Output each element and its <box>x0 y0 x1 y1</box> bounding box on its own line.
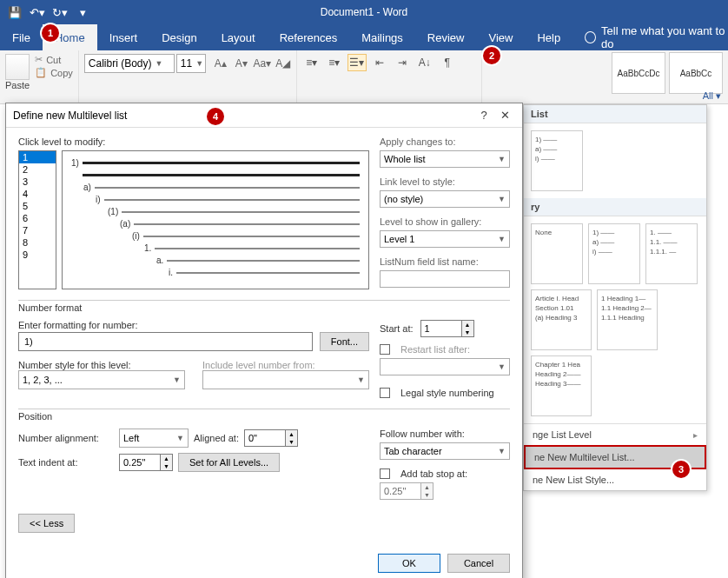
ok-button[interactable]: OK <box>378 554 440 573</box>
bullets-icon[interactable]: ≡▾ <box>302 54 321 71</box>
listnum-label: ListNum field list name: <box>380 256 510 267</box>
dialog-titlebar: Define new Multilevel list ? ✕ <box>6 103 522 128</box>
align-label: Number alignment: <box>18 433 114 443</box>
tab-design[interactable]: Design <box>149 24 208 50</box>
tab-help[interactable]: Help <box>525 24 572 50</box>
cancel-button[interactable]: Cancel <box>447 554 510 573</box>
restart-label: Restart list after: <box>400 344 470 355</box>
undo-icon[interactable]: ↶▾ <box>30 4 45 20</box>
tab-references[interactable]: References <box>268 24 349 50</box>
ml-preset-none[interactable]: None <box>531 223 583 284</box>
decrease-indent-icon[interactable]: ⇤ <box>370 54 389 71</box>
listnum-input[interactable] <box>380 270 510 288</box>
include-label: Include level number from: <box>202 360 369 370</box>
sort-icon[interactable]: A↓ <box>415 54 434 71</box>
font-size-combo[interactable]: 11▼ <box>176 54 206 73</box>
font-name-combo[interactable]: Calibri (Body)▼ <box>84 54 175 73</box>
level-4[interactable]: 4 <box>19 188 56 200</box>
close-button[interactable]: ✕ <box>494 109 515 122</box>
numstyle-combo[interactable]: 1, 2, 3, ...▼ <box>18 370 185 389</box>
dialog-title: Define new Multilevel list <box>13 110 473 122</box>
tell-me-label: Tell me what you want to do <box>601 24 728 50</box>
level-7[interactable]: 7 <box>19 224 56 236</box>
level-8[interactable]: 8 <box>19 236 56 249</box>
click-level-label: Click level to modify: <box>18 136 369 147</box>
restart-checkbox[interactable] <box>380 344 390 355</box>
numformat-section: Number format <box>18 300 510 313</box>
tab-insert[interactable]: Insert <box>97 24 150 50</box>
grow-font-icon[interactable]: A▴ <box>213 56 228 71</box>
level-9[interactable]: 9 <box>19 249 56 261</box>
tab-file[interactable]: File <box>0 24 43 50</box>
font-button[interactable]: Font... <box>320 332 369 351</box>
qat-customize-icon[interactable]: ▾ <box>75 4 90 20</box>
ml-preset-2[interactable]: 1. ——1.1. ——1.1.1. — <box>645 223 698 284</box>
paste-button[interactable]: Paste <box>5 54 30 90</box>
addtab-checkbox[interactable] <box>380 468 390 479</box>
restart-combo[interactable]: ▼ <box>380 358 510 375</box>
define-multilevel-dialog: Define new Multilevel list ? ✕ Click lev… <box>5 103 523 578</box>
multilevel-list-icon[interactable]: ☰▾ <box>347 54 367 71</box>
legal-label: Legal style numbering <box>400 388 494 398</box>
ml-preset-4[interactable]: 1 Heading 1—1.1 Heading 2—1.1.1 Heading <box>597 289 658 350</box>
follow-combo[interactable]: Tab character▼ <box>380 442 510 460</box>
format-input[interactable] <box>18 332 313 351</box>
quick-access-toolbar: 💾 ↶▾ ↻▾ ▾ <box>0 4 90 20</box>
legal-checkbox[interactable] <box>380 388 390 398</box>
level-3[interactable]: 3 <box>19 176 56 188</box>
numbering-icon[interactable]: ≡▾ <box>325 54 344 71</box>
addtab-spinner[interactable]: ▲▼ <box>380 482 510 500</box>
ml-preset-5[interactable]: Chapter 1 HeaHeading 2——Heading 3—— <box>531 355 592 416</box>
show-gallery-combo[interactable]: Level 1▼ <box>380 230 510 248</box>
ml-preset-current[interactable]: 1) ——a) ——i) —— <box>531 130 583 191</box>
menu-bar: File Home Insert Design Layout Reference… <box>0 24 728 50</box>
start-at-spinner[interactable]: ▲▼ <box>420 320 474 337</box>
ml-preset-3[interactable]: Article I. HeadSection 1.01(a) Heading 3 <box>531 289 592 350</box>
styles-all-dropdown[interactable]: All ▾ <box>703 90 721 102</box>
redo-icon[interactable]: ↻▾ <box>52 4 68 20</box>
title-bar: 💾 ↶▾ ↻▾ ▾ Document1 - Word <box>0 0 728 24</box>
level-5[interactable]: 5 <box>19 200 56 212</box>
indent-spinner[interactable]: ▲▼ <box>119 454 173 471</box>
multilevel-dropdown: List 1) ——a) ——i) —— ry None 1) ——a) ——i… <box>523 104 707 491</box>
clear-format-icon[interactable]: A◢ <box>275 56 291 71</box>
aligned-at-spinner[interactable]: ▲▼ <box>244 429 298 447</box>
tab-layout[interactable]: Layout <box>209 24 268 50</box>
ml-preset-1[interactable]: 1) ——a) ——i) —— <box>588 223 640 284</box>
tab-review[interactable]: Review <box>415 24 477 50</box>
position-section: Position <box>18 409 510 422</box>
help-button[interactable]: ? <box>473 109 494 122</box>
set-all-button[interactable]: Set for All Levels... <box>178 453 280 472</box>
apply-to-label: Apply changes to: <box>380 136 510 147</box>
copy-icon <box>35 67 47 78</box>
cut-button[interactable]: Cut <box>35 54 73 65</box>
show-marks-icon[interactable]: ¶ <box>438 54 457 71</box>
tab-view[interactable]: View <box>476 24 525 50</box>
level-listbox[interactable]: 1 2 3 4 5 6 7 8 9 <box>18 150 56 289</box>
style-nospacing[interactable]: AaBbCc <box>669 52 723 94</box>
level-1[interactable]: 1 <box>19 151 56 163</box>
tab-mailings[interactable]: Mailings <box>349 24 415 50</box>
clipboard-group: Paste Cut Copy <box>0 50 79 103</box>
callout-4: 4 <box>207 108 224 125</box>
change-case-icon[interactable]: Aa▾ <box>255 56 270 71</box>
callout-2: 2 <box>483 47 500 64</box>
copy-button[interactable]: Copy <box>35 67 73 78</box>
document-title: Document1 - Word <box>321 6 407 18</box>
tell-me-search[interactable]: Tell me what you want to do <box>572 24 728 50</box>
increase-indent-icon[interactable]: ⇥ <box>393 54 412 71</box>
level-6[interactable]: 6 <box>19 212 56 224</box>
apply-to-combo[interactable]: Whole list▼ <box>380 150 510 168</box>
enter-format-label: Enter formatting for number: <box>18 320 369 330</box>
style-normal[interactable]: AaBbCcDc <box>612 52 665 94</box>
link-style-combo[interactable]: (no style)▼ <box>380 190 510 208</box>
align-combo[interactable]: Left▼ <box>119 429 189 448</box>
ml-change-level[interactable]: nge List Level▸ <box>524 424 706 445</box>
level-2[interactable]: 2 <box>19 163 56 176</box>
font-group: Calibri (Body)▼ 11▼ A▴ A▾ Aa▾ A◢ <box>79 50 297 103</box>
save-icon[interactable]: 💾 <box>7 4 23 20</box>
include-combo[interactable]: ▼ <box>202 370 369 389</box>
callout-1: 1 <box>42 24 59 42</box>
shrink-font-icon[interactable]: A▾ <box>234 56 249 71</box>
less-button[interactable]: << Less <box>18 514 75 533</box>
